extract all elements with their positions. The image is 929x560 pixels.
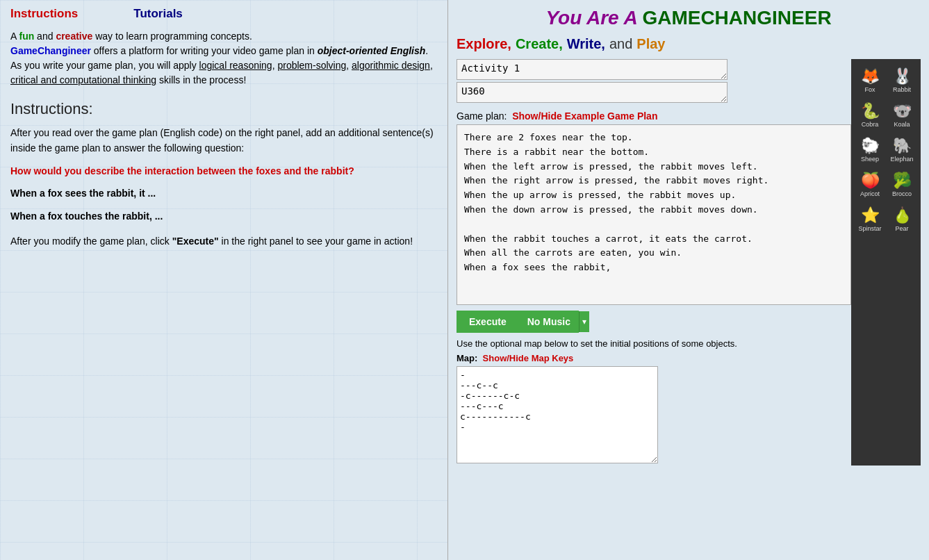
explore-word: Explore,: [457, 36, 511, 52]
map-info: Use the optional map below to set the in…: [457, 338, 851, 349]
apricot-icon: 🍑: [861, 172, 880, 190]
no-music-button[interactable]: No Music: [519, 311, 579, 333]
sheep-icon: 🐑: [861, 137, 880, 155]
nav-tutorials[interactable]: Tutorials: [133, 7, 183, 21]
logical-reasoning-link[interactable]: logical reasoning: [199, 60, 272, 71]
write-word: Write,: [567, 36, 605, 52]
map-textarea[interactable]: [457, 366, 658, 463]
cobra-icon-cell[interactable]: 🐍 Cobra: [855, 99, 885, 130]
creative-word: creative: [56, 31, 92, 42]
broccoli-icon-cell[interactable]: 🥦 Brocco: [887, 169, 917, 199]
sheep-label: Sheep: [861, 156, 879, 163]
apricot-label: Apricot: [860, 190, 880, 197]
instruction-body: After you read over the game plan (Engli…: [10, 125, 437, 249]
no-music-dropdown[interactable]: ▾: [579, 311, 589, 332]
gamechangineer-title: GAMECHANGINEER: [642, 7, 831, 28]
spinstar-icon-cell[interactable]: ⭐ Spinstar: [855, 204, 885, 234]
bottom-controls: Execute No Music ▾: [457, 311, 851, 333]
rabbit-label: Rabbit: [893, 86, 911, 93]
pear-icon: 🍐: [893, 206, 912, 224]
sheep-icon-cell[interactable]: 🐑 Sheep: [855, 134, 885, 165]
problem-solving-link[interactable]: problem-solving: [277, 60, 346, 71]
icon-row-1: 🦊 Fox 🐰 Rabbit: [855, 65, 917, 95]
gamechangineer-link[interactable]: GameChangineer: [10, 45, 91, 56]
right-content: Game plan: Show/Hide Example Game Plan T…: [457, 59, 921, 466]
fox-label: Fox: [864, 86, 875, 93]
map-label-row: Map: Show/Hide Map Keys: [457, 353, 851, 363]
u360-input[interactable]: [457, 82, 727, 103]
instructions-heading: Instructions:: [10, 100, 437, 118]
code-area[interactable]: There are 2 foxes near the top. There is…: [457, 124, 851, 305]
intro-text: A fun and creative way to learn programm…: [10, 29, 437, 88]
and-word: and: [609, 36, 632, 52]
execute-button[interactable]: Execute: [457, 311, 519, 333]
activity-section: [457, 59, 851, 105]
koala-icon-cell[interactable]: 🐨 Koala: [887, 99, 917, 130]
rabbit-icon: 🐰: [893, 67, 912, 85]
intro-a: A: [10, 31, 19, 42]
left-nav: Instructions Tutorials: [10, 7, 437, 21]
broccoli-label: Brocco: [892, 190, 912, 197]
elephant-label: Elephan: [890, 156, 913, 163]
koala-label: Koala: [894, 121, 910, 128]
fun-word: fun: [19, 31, 34, 42]
play-word: Play: [636, 36, 665, 52]
execute-reference: "Execute": [172, 236, 219, 247]
body-text-1: After you read over the game plan (Engli…: [10, 125, 437, 156]
you-are-a-text: You Are A: [545, 7, 642, 28]
hint-1: When a fox sees the rabbit, it ...: [10, 186, 437, 201]
critical-thinking-link[interactable]: critical and computational thinking: [10, 74, 156, 85]
spinstar-icon: ⭐: [861, 206, 880, 224]
rabbit-icon-cell[interactable]: 🐰 Rabbit: [887, 65, 917, 95]
koala-icon: 🐨: [893, 102, 912, 120]
algorithmic-design-link[interactable]: algorithmic design: [352, 60, 430, 71]
pear-icon-cell[interactable]: 🍐 Pear: [887, 204, 917, 234]
oo-english: object-oriented English: [318, 45, 426, 56]
nav-instructions[interactable]: Instructions: [10, 7, 78, 21]
game-plan-label: Game plan: Show/Hide Example Game Plan: [457, 110, 851, 122]
activity-input[interactable]: [457, 59, 727, 80]
create-word: Create,: [516, 36, 563, 52]
pear-label: Pear: [895, 225, 908, 232]
cobra-icon: 🐍: [861, 102, 880, 120]
show-hide-example-link[interactable]: Show/Hide Example Game Plan: [512, 110, 657, 122]
icon-row-4: 🍑 Apricot 🥦 Brocco: [855, 169, 917, 199]
icons-panel: 🦊 Fox 🐰 Rabbit 🐍 Cobra 🐨 Koa: [851, 59, 921, 466]
right-main: Game plan: Show/Hide Example Game Plan T…: [457, 59, 851, 466]
icon-row-3: 🐑 Sheep 🐘 Elephan: [855, 134, 917, 165]
explore-line: Explore, Create, Write, and Play: [457, 36, 921, 52]
broccoli-icon: 🥦: [893, 172, 912, 190]
fox-icon: 🦊: [861, 67, 880, 85]
left-panel: Instructions Tutorials A fun and creativ…: [0, 0, 448, 560]
right-panel: You Are A GAMECHANGINEER Explore, Create…: [448, 0, 929, 560]
right-header: You Are A GAMECHANGINEER: [457, 7, 921, 29]
hint-2: When a fox touches the rabbit, ...: [10, 208, 437, 224]
cobra-label: Cobra: [862, 121, 879, 128]
spinstar-label: Spinstar: [858, 225, 881, 232]
icon-row-2: 🐍 Cobra 🐨 Koala: [855, 99, 917, 130]
show-hide-map-link[interactable]: Show/Hide Map Keys: [483, 353, 574, 363]
icon-row-5: ⭐ Spinstar 🍐 Pear: [855, 204, 917, 234]
elephant-icon-cell[interactable]: 🐘 Elephan: [887, 134, 917, 165]
apricot-icon-cell[interactable]: 🍑 Apricot: [855, 169, 885, 199]
elephant-icon: 🐘: [893, 137, 912, 155]
action-text: After you modify the game plan, click "E…: [10, 233, 437, 249]
fox-icon-cell[interactable]: 🦊 Fox: [855, 65, 885, 95]
question-text: How would you describe the interaction b…: [10, 163, 437, 179]
